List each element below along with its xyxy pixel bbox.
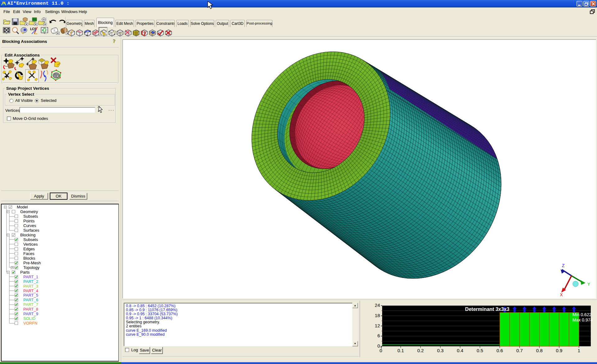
svg-text:Q: Q xyxy=(141,30,146,36)
svg-text:0.9: 0.9 xyxy=(556,348,562,353)
svg-text:0.6: 0.6 xyxy=(497,348,503,353)
svg-text:0.2: 0.2 xyxy=(417,348,424,353)
svg-text:0.5: 0.5 xyxy=(477,348,483,353)
svg-text:0: 0 xyxy=(380,348,382,353)
svg-text:Max 0.974: Max 0.974 xyxy=(572,317,593,322)
svg-text:24: 24 xyxy=(375,303,380,308)
svg-text:Determinant 3x3x3: Determinant 3x3x3 xyxy=(465,307,509,312)
svg-text:0.1: 0.1 xyxy=(397,348,404,353)
svg-text:0.3: 0.3 xyxy=(437,348,444,353)
svg-text:0.8: 0.8 xyxy=(536,348,543,353)
svg-text:6: 6 xyxy=(377,333,380,338)
svg-text:Z: Z xyxy=(562,263,565,269)
svg-text:18: 18 xyxy=(375,313,380,318)
svg-text:Min 0.622: Min 0.622 xyxy=(572,312,592,317)
svg-text:0.4: 0.4 xyxy=(457,348,463,353)
svg-text:?: ? xyxy=(113,38,116,44)
svg-text:0.7: 0.7 xyxy=(516,348,523,353)
svg-text:X: X xyxy=(560,293,563,298)
svg-text:Y: Y xyxy=(587,282,590,287)
svg-text:1: 1 xyxy=(578,348,580,353)
svg-text:12: 12 xyxy=(375,323,380,328)
